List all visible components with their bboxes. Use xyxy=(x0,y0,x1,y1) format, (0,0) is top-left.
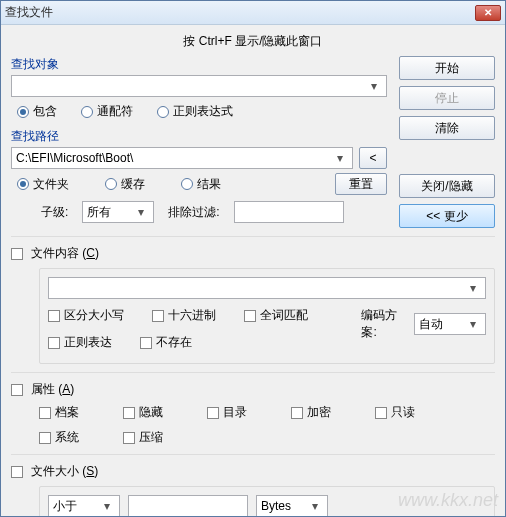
radio-cache[interactable]: 缓存 xyxy=(105,176,145,193)
search-path-label: 查找路径 xyxy=(11,128,387,145)
chevron-down-icon: ▾ xyxy=(332,151,348,165)
section-attr-toggle[interactable] xyxy=(11,384,23,396)
check-system[interactable]: 系统 xyxy=(39,429,79,446)
size-unit-select[interactable]: Bytes▾ xyxy=(256,495,328,516)
section-content-toggle[interactable] xyxy=(11,248,23,260)
chevron-down-icon: ▾ xyxy=(133,205,149,219)
child-level-label: 子级: xyxy=(41,204,68,221)
search-target-label: 查找对象 xyxy=(11,56,387,73)
clear-button[interactable]: 清除 xyxy=(399,116,495,140)
section-size: 文件大小 (S) 小于▾ Bytes▾ xyxy=(11,454,495,516)
shortcut-hint: 按 Ctrl+F 显示/隐藏此窗口 xyxy=(11,31,495,56)
check-case[interactable]: 区分大小写 xyxy=(48,307,124,324)
size-op-select[interactable]: 小于▾ xyxy=(48,495,120,516)
chevron-down-icon: ▾ xyxy=(465,317,481,331)
check-regex2[interactable]: 正则表达 xyxy=(48,334,112,351)
check-hidden[interactable]: 隐藏 xyxy=(123,404,163,421)
check-wholeword[interactable]: 全词匹配 xyxy=(244,307,308,324)
child-level-select[interactable]: 所有▾ xyxy=(82,201,154,223)
window-title: 查找文件 xyxy=(5,4,475,21)
find-file-window: 查找文件 ✕ 按 Ctrl+F 显示/隐藏此窗口 查找对象 ▾ 包含 通配符 正… xyxy=(0,0,506,517)
chevron-down-icon: ▾ xyxy=(465,281,481,295)
path-back-button[interactable]: < xyxy=(359,147,387,169)
stop-button[interactable]: 停止 xyxy=(399,86,495,110)
radio-result[interactable]: 结果 xyxy=(181,176,221,193)
section-size-toggle[interactable] xyxy=(11,466,23,478)
exclude-filter-input[interactable] xyxy=(234,201,344,223)
less-button[interactable]: << 更少 xyxy=(399,204,495,228)
section-attr: 属性 (A) 档案 隐藏 目录 加密 只读 系统 压缩 xyxy=(11,372,495,446)
encoding-label: 编码方案: xyxy=(361,307,410,341)
match-mode-group: 包含 通配符 正则表达式 xyxy=(11,103,387,120)
check-hex[interactable]: 十六进制 xyxy=(152,307,216,324)
section-size-title: 文件大小 (S) xyxy=(31,463,98,480)
start-button[interactable]: 开始 xyxy=(399,56,495,80)
content-area: 按 Ctrl+F 显示/隐藏此窗口 查找对象 ▾ 包含 通配符 正则表达式 查找… xyxy=(1,25,505,516)
encoding-select[interactable]: 自动▾ xyxy=(414,313,486,335)
search-path-combo[interactable]: C:\EFI\Microsoft\Boot\ ▾ xyxy=(11,147,353,169)
search-path-value: C:\EFI\Microsoft\Boot\ xyxy=(16,151,133,165)
exclude-filter-label: 排除过滤: xyxy=(168,204,219,221)
section-content: 文件内容 (C) ▾ 区分大小写 十六进制 全词匹配 正则表达 不存在 xyxy=(11,236,495,364)
radio-regex[interactable]: 正则表达式 xyxy=(157,103,233,120)
close-icon[interactable]: ✕ xyxy=(475,5,501,21)
check-encrypt[interactable]: 加密 xyxy=(291,404,331,421)
chevron-down-icon: ▾ xyxy=(99,499,115,513)
titlebar[interactable]: 查找文件 ✕ xyxy=(1,1,505,25)
radio-contains[interactable]: 包含 xyxy=(17,103,57,120)
size-value-input[interactable] xyxy=(128,495,248,516)
section-content-title: 文件内容 (C) xyxy=(31,245,99,262)
section-attr-title: 属性 (A) xyxy=(31,381,74,398)
check-dir[interactable]: 目录 xyxy=(207,404,247,421)
search-target-combo[interactable]: ▾ xyxy=(11,75,387,97)
content-value-combo[interactable]: ▾ xyxy=(48,277,486,299)
check-notexist[interactable]: 不存在 xyxy=(140,334,192,351)
close-hide-button[interactable]: 关闭/隐藏 xyxy=(399,174,495,198)
check-archive[interactable]: 档案 xyxy=(39,404,79,421)
chevron-down-icon: ▾ xyxy=(366,79,382,93)
chevron-down-icon: ▾ xyxy=(307,499,323,513)
radio-folder[interactable]: 文件夹 xyxy=(17,176,69,193)
check-readonly[interactable]: 只读 xyxy=(375,404,415,421)
radio-wildcard[interactable]: 通配符 xyxy=(81,103,133,120)
reset-button[interactable]: 重置 xyxy=(335,173,387,195)
check-compress[interactable]: 压缩 xyxy=(123,429,163,446)
